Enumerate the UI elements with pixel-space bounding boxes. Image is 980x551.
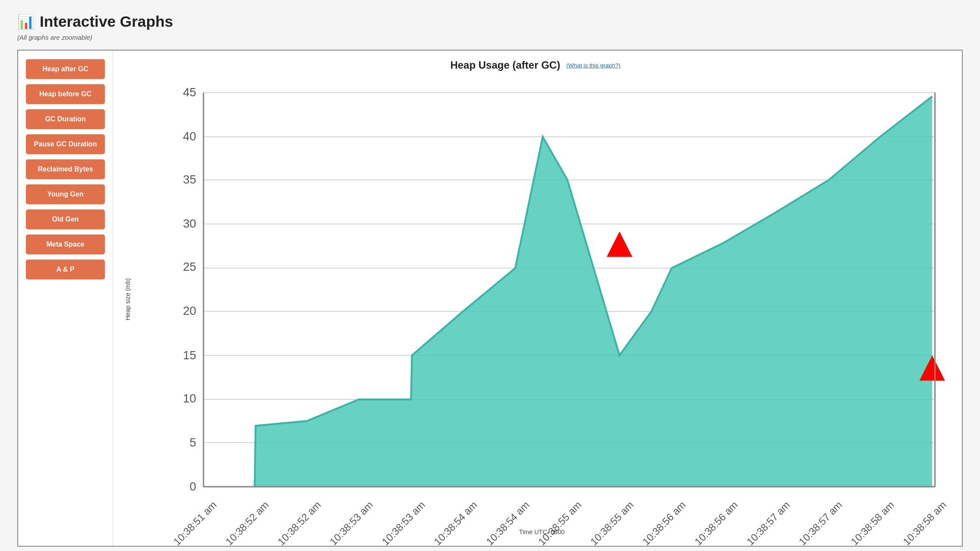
svg-marker-20 <box>204 96 933 487</box>
svg-text:10:38:53 am: 10:38:53 am <box>380 499 427 548</box>
page-subtitle: (All graphs are zoomable) <box>17 34 963 41</box>
svg-text:10:38:52 am: 10:38:52 am <box>276 499 323 548</box>
svg-text:5: 5 <box>189 435 196 449</box>
svg-text:10:38:55 am: 10:38:55 am <box>588 499 636 548</box>
svg-text:10:38:58 am: 10:38:58 am <box>901 499 948 548</box>
svg-text:10:38:52 am: 10:38:52 am <box>224 499 271 548</box>
svg-text:40: 40 <box>183 130 196 143</box>
svg-text:0: 0 <box>189 480 196 493</box>
page-title: Interactive Graphs <box>40 13 173 30</box>
svg-text:10:38:54 am: 10:38:54 am <box>484 499 532 548</box>
sidebar-btn-meta-space[interactable]: Meta Space <box>26 234 105 254</box>
main-panel: Heap after GC Heap before GC GC Duration… <box>17 50 963 547</box>
x-axis-label: Time UTC+0800 <box>130 529 953 535</box>
sidebar-btn-a-and-p[interactable]: A & P <box>26 260 105 279</box>
sidebar-btn-gc-duration[interactable]: GC Duration <box>26 109 105 129</box>
sidebar-btn-old-gen[interactable]: Old Gen <box>26 209 105 229</box>
y-axis-label: Heap size (mb) <box>124 278 131 320</box>
chart-info-link[interactable]: (What is this graph?) <box>566 62 620 69</box>
sidebar: Heap after GC Heap before GC GC Duration… <box>18 51 113 546</box>
sidebar-btn-heap-before-gc[interactable]: Heap before GC <box>26 84 105 104</box>
chart-title: Heap Usage (after GC) <box>450 59 560 71</box>
svg-text:25: 25 <box>183 260 196 273</box>
chart-area: Heap Usage (after GC) (What is this grap… <box>113 51 962 546</box>
sidebar-btn-reclaimed-bytes[interactable]: Reclaimed Bytes <box>26 159 105 179</box>
svg-text:10:38:56 am: 10:38:56 am <box>693 499 740 548</box>
svg-marker-21 <box>607 231 632 257</box>
svg-text:15: 15 <box>183 348 196 361</box>
svg-text:20: 20 <box>183 304 196 317</box>
svg-text:35: 35 <box>183 173 196 186</box>
svg-text:10:38:54 am: 10:38:54 am <box>432 499 479 548</box>
chart-container: Heap size (mb) 0 5 <box>130 74 953 524</box>
svg-text:10:38:56 am: 10:38:56 am <box>640 499 688 548</box>
svg-text:10:38:58 am: 10:38:58 am <box>849 499 896 548</box>
svg-text:10:38:51 am: 10:38:51 am <box>171 499 219 548</box>
sidebar-btn-heap-after-gc[interactable]: Heap after GC <box>26 59 105 79</box>
sidebar-btn-pause-gc-duration[interactable]: Pause GC Duration <box>26 134 105 154</box>
svg-text:10:38:53 am: 10:38:53 am <box>328 499 375 548</box>
chart-svg: 0 5 10 15 20 25 30 35 40 45 <box>130 74 953 524</box>
svg-text:30: 30 <box>183 217 196 230</box>
svg-text:10: 10 <box>183 391 196 405</box>
bar-chart-icon: 📊 <box>17 13 35 30</box>
svg-text:10:38:57 am: 10:38:57 am <box>745 499 792 548</box>
svg-text:10:38:55 am: 10:38:55 am <box>536 499 583 548</box>
sidebar-btn-young-gen[interactable]: Young Gen <box>26 184 105 204</box>
svg-text:10:38:57 am: 10:38:57 am <box>797 499 844 548</box>
svg-text:45: 45 <box>183 86 196 99</box>
